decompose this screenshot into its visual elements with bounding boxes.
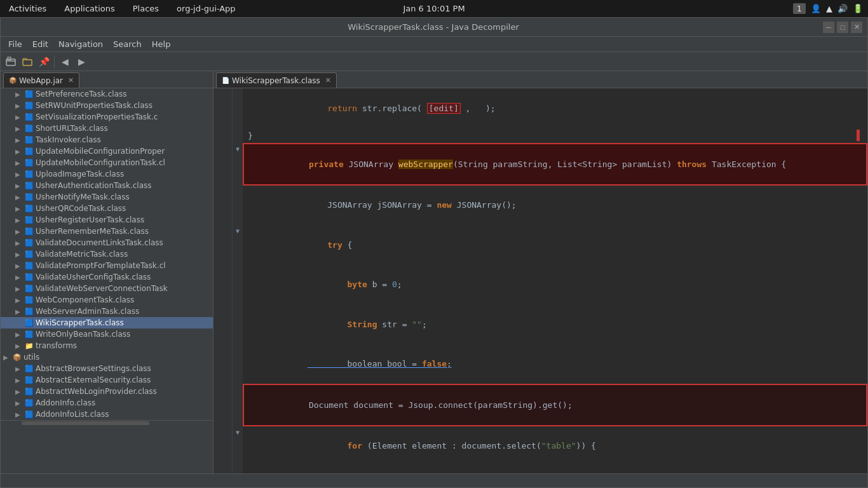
- class-file-icon: 🟦: [25, 308, 34, 316]
- code-text: return str.replace( [edit] , );: [243, 88, 867, 128]
- app-window: WikiScrapperTask.class - Java Decompiler…: [0, 17, 868, 488]
- code-token-keyword: throws: [677, 159, 707, 169]
- places-button[interactable]: Places: [129, 3, 163, 15]
- fold-gutter[interactable]: [233, 304, 243, 344]
- fold-gutter[interactable]: [233, 186, 243, 226]
- toolbar-forward-btn[interactable]: ▶: [74, 54, 89, 69]
- line-number: [214, 466, 233, 473]
- tree-arrow: ▶: [15, 228, 23, 235]
- fold-gutter[interactable]: [233, 265, 243, 305]
- tree-item-addoninfo[interactable]: ▶ 🟦 AddonInfo.class: [1, 397, 213, 409]
- tree-item-setpreferencetask[interactable]: ▶ 🟦 SetPreferenceTask.class: [1, 88, 213, 100]
- class-file-icon: 🟦: [25, 399, 34, 407]
- tree-item-label: UploadImageTask.class: [36, 170, 124, 179]
- workspace-indicator[interactable]: 1: [793, 3, 806, 14]
- tree-item-addoninfolist[interactable]: ▶ 🟦 AddonInfoList.class: [1, 409, 213, 420]
- tree-item-taskinvoker[interactable]: ▶ 🟦 TaskInvoker.class: [1, 134, 213, 146]
- app-indicator[interactable]: org-jd-gui-App: [173, 3, 239, 15]
- sidebar-scroll-thumb[interactable]: [22, 421, 149, 425]
- main-tab-wikiscrapper[interactable]: 📄 WikiScrapperTask.class ✕: [216, 72, 337, 88]
- code-text: for (Element element : document.select("…: [243, 426, 867, 466]
- fold-gutter[interactable]: [233, 344, 243, 384]
- tree-item-shorturltask[interactable]: ▶ 🟦 ShortURLTask.class: [1, 123, 213, 134]
- fold-gutter[interactable]: [233, 88, 243, 128]
- fold-button[interactable]: ▼: [236, 146, 240, 152]
- code-editor[interactable]: return str.replace( [edit] , ); } ▼ priv…: [214, 88, 867, 473]
- fold-gutter[interactable]: [233, 384, 243, 426]
- tree-item-webcomponent[interactable]: ▶ 🟦 WebComponentTask.class: [1, 294, 213, 306]
- menu-file[interactable]: File: [3, 38, 27, 50]
- code-token-keyword: false: [422, 359, 447, 369]
- main-tab-close[interactable]: ✕: [325, 76, 331, 85]
- fold-gutter-collapse[interactable]: ▼: [233, 225, 243, 265]
- tree-item-utils[interactable]: ▶ 📦 utils: [1, 351, 213, 363]
- tree-item-usherqrcode[interactable]: ▶ 🟦 UsherQRCodeTask.class: [1, 203, 213, 214]
- tree-item-updatemobileconfig1[interactable]: ▶ 🟦 UpdateMobileConfigurationProper: [1, 146, 213, 157]
- tree-item-validateusherconfig[interactable]: ▶ 🟦 ValidateUsherConfigTask.class: [1, 271, 213, 283]
- fold-gutter-collapse[interactable]: ▼: [233, 143, 243, 186]
- tree-item-uploadimage[interactable]: ▶ 🟦 UploadImageTask.class: [1, 168, 213, 180]
- tree-arrow: ▶: [15, 194, 23, 201]
- tree-item-usherauthentication[interactable]: ▶ 🟦 UsherAuthenticationTask.class: [1, 180, 213, 191]
- tree-item-abstractbrowser[interactable]: ▶ 🟦 AbstractBrowserSettings.class: [1, 363, 213, 374]
- fold-gutter[interactable]: [233, 466, 243, 473]
- class-file-icon: 🟦: [25, 125, 34, 133]
- folder-icon: 📦: [13, 353, 22, 362]
- toolbar-back-btn[interactable]: ◀: [57, 54, 72, 69]
- sidebar-tab-webappjar[interactable]: 📦 WebApp.jar ✕: [3, 72, 79, 88]
- close-button[interactable]: ✕: [851, 22, 862, 33]
- tree-item-label: UpdateMobileConfigurationProper: [36, 147, 165, 156]
- line-number: [214, 265, 233, 305]
- tree-item-writeonlybean[interactable]: ▶ 🟦 WriteOnlyBeanTask.class: [1, 329, 213, 340]
- menu-edit[interactable]: Edit: [27, 38, 53, 50]
- toolbar-folder-btn[interactable]: [20, 54, 35, 69]
- activities-button[interactable]: Activities: [5, 3, 50, 15]
- code-token-method: webScrapper: [398, 159, 453, 169]
- toolbar-pin-btn[interactable]: 📌: [36, 54, 51, 69]
- tree-item-validatedocumentlinks[interactable]: ▶ 🟦 ValidateDocumentLinksTask.class: [1, 237, 213, 248]
- jar-icon: 📦: [9, 77, 17, 84]
- tree-item-validatemetric[interactable]: ▶ 🟦 ValidateMetricTask.class: [1, 248, 213, 260]
- tree-item-validatewebserver[interactable]: ▶ 🟦 ValidateWebServerConnectionTask: [1, 283, 213, 294]
- sidebar-tab-close[interactable]: ✕: [68, 76, 74, 85]
- tree-item-label: UsherQRCodeTask.class: [36, 204, 126, 213]
- maximize-button[interactable]: □: [837, 22, 848, 33]
- tree-item-label: WebServerAdminTask.class: [36, 307, 139, 316]
- code-token: {: [342, 240, 353, 250]
- tree-item-setrwunit[interactable]: ▶ 🟦 SetRWUnitPropertiesTask.class: [1, 100, 213, 111]
- tree-item-wikiscrapper[interactable]: 🟦 WikiScrapperTask.class: [1, 317, 213, 329]
- class-file-icon: 🟦: [25, 136, 34, 144]
- tree-item-label: UpdateMobileConfigurationTask.cl: [36, 158, 165, 167]
- tree-item-transforms[interactable]: ▶ 📁 transforms: [1, 340, 213, 351]
- fold-gutter[interactable]: [233, 128, 243, 144]
- file-tree-sidebar[interactable]: ▶ 🟦 SetPreferenceTask.class ▶ 🟦 SetRWUni…: [1, 88, 214, 473]
- code-token: ;: [422, 320, 427, 329]
- toolbar-open-btn[interactable]: [3, 54, 18, 69]
- tree-item-usherregister[interactable]: ▶ 🟦 UsherRegisterUserTask.class: [1, 214, 213, 226]
- tree-arrow: ▶: [15, 400, 23, 407]
- tree-item-setvisualization[interactable]: ▶ 🟦 SetVisualizationPropertiesTask.c: [1, 111, 213, 123]
- fold-button[interactable]: ▼: [236, 227, 240, 234]
- menu-navigation[interactable]: Navigation: [53, 38, 108, 50]
- fold-button[interactable]: ▼: [236, 429, 240, 436]
- tree-item-label: ValidatePromptForTemplateTask.cl: [36, 261, 166, 270]
- tree-item-updatemobileconfig2[interactable]: ▶ 🟦 UpdateMobileConfigurationTask.cl: [1, 157, 213, 168]
- minimize-button[interactable]: ─: [823, 22, 834, 33]
- tree-item-webserveradmin[interactable]: ▶ 🟦 WebServerAdminTask.class: [1, 306, 213, 317]
- tree-item-ushernotifyme[interactable]: ▶ 🟦 UsherNotifyMeTask.class: [1, 191, 213, 203]
- tree-item-label: UsherRememberMeTask.class: [36, 227, 149, 236]
- tree-item-abstractweblogin[interactable]: ▶ 🟦 AbstractWebLoginProvider.class: [1, 386, 213, 397]
- code-token-highlight: [edit]: [427, 103, 461, 114]
- tree-item-validateprompt[interactable]: ▶ 🟦 ValidatePromptForTemplateTask.cl: [1, 260, 213, 271]
- applications-button[interactable]: Applications: [60, 3, 118, 15]
- code-line-jsoup: Document document = Jsoup.connect(paramS…: [214, 384, 867, 426]
- tree-item-usherrememberme[interactable]: ▶ 🟦 UsherRememberMeTask.class: [1, 226, 213, 237]
- menu-help[interactable]: Help: [147, 38, 176, 50]
- tree-arrow: ▶: [15, 411, 23, 418]
- tree-item-abstractexternal[interactable]: ▶ 🟦 AbstractExternalSecurity.class: [1, 374, 213, 386]
- class-file-icon: 🟦: [25, 250, 34, 259]
- menu-search[interactable]: Search: [108, 38, 147, 50]
- sidebar-horizontal-scrollbar[interactable]: [1, 420, 213, 425]
- fold-gutter-collapse[interactable]: ▼: [233, 426, 243, 466]
- sound-icon: 🔊: [837, 4, 848, 13]
